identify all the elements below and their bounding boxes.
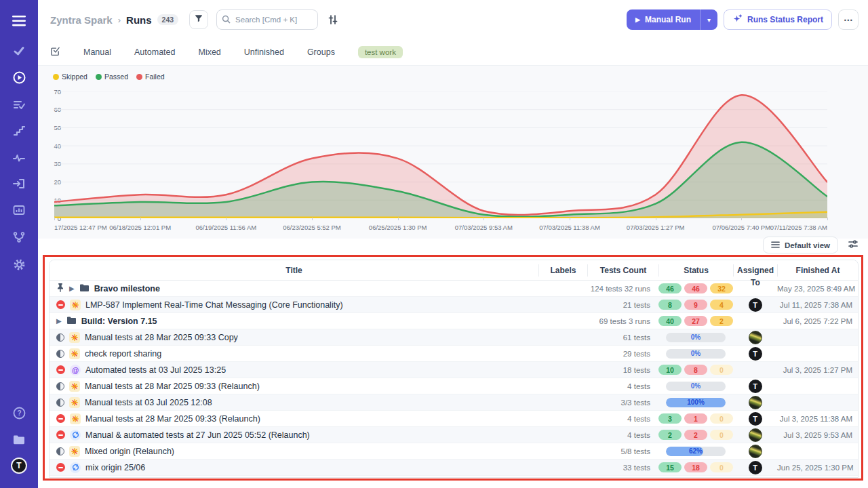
progress-bar: 62% <box>666 447 726 456</box>
run-title[interactable]: mix origin 25/06 <box>85 463 145 472</box>
assignee-avatar[interactable] <box>749 331 762 344</box>
x-tick-label: 06/18/2025 12:01 PM <box>109 224 171 231</box>
tab-groups[interactable]: Groups <box>307 47 335 57</box>
pin-icon[interactable] <box>56 283 64 294</box>
runs-status-report-label: Runs Status Report <box>747 15 823 24</box>
table-row[interactable]: LMP-587 Implement Real-Time Chat Messagi… <box>50 297 858 313</box>
table-row[interactable]: ▶Bravo milestone124 tests 32 runs464632M… <box>50 281 858 297</box>
manual-run-label: Manual Run <box>645 15 691 24</box>
column-header-labels[interactable]: Labels <box>538 264 587 277</box>
run-status-in-progress-icon <box>56 382 64 390</box>
table-row[interactable]: Manual tests at 03 Jul 2025 12:083/3 tes… <box>50 394 858 411</box>
run-title[interactable]: Bravo milestone <box>94 284 160 293</box>
filter-button[interactable] <box>189 10 208 29</box>
tab-automated[interactable]: Automated <box>134 47 175 57</box>
assignee-avatar[interactable] <box>749 428 762 442</box>
menu-icon[interactable] <box>0 11 38 31</box>
list-view-icon <box>771 241 780 250</box>
assignee-avatar[interactable] <box>749 396 762 409</box>
assignee-avatar[interactable] <box>749 445 762 458</box>
search-input[interactable] <box>216 9 318 30</box>
skipped-badge: 0 <box>710 413 733 424</box>
table-row[interactable]: Manual tests at 28 Mar 2025 09:33 (Relau… <box>50 378 858 394</box>
legend-dot <box>136 74 142 80</box>
finished-at: Jul 11, 2025 7:38 AM <box>777 301 858 309</box>
manual-run-dropdown[interactable]: ▾ <box>700 9 717 30</box>
settings-gear-icon[interactable] <box>0 254 38 274</box>
help-icon[interactable]: ? <box>0 403 38 423</box>
sidebar-item-defects[interactable] <box>0 148 38 168</box>
tab-mixed[interactable]: Mixed <box>198 47 220 57</box>
legend-item-skipped[interactable]: Skipped <box>53 73 87 81</box>
x-tick-mark <box>570 218 570 220</box>
table-row[interactable]: mix origin 25/0633 tests15180TJun 25, 20… <box>50 460 858 476</box>
run-title[interactable]: Build: Version 7.15 <box>81 317 157 326</box>
x-tick-mark <box>827 218 828 220</box>
play-icon: ▶ <box>635 16 640 23</box>
run-title[interactable]: Manual tests at 28 Mar 2025 09:33 (Relau… <box>85 414 260 424</box>
manual-run-button[interactable]: ▶Manual Run ▾ <box>627 9 717 30</box>
run-title[interactable]: Manual & automated tests at 27 Jun 2025 … <box>85 430 310 440</box>
table-row[interactable]: ▶Build: Version 7.1569 tests 3 runs40272… <box>50 313 858 329</box>
runs-status-report-button[interactable]: Runs Status Report <box>724 9 832 30</box>
tab-manual[interactable]: Manual <box>83 47 111 57</box>
assignee-avatar[interactable]: T <box>749 461 762 474</box>
projects-folder-icon[interactable] <box>0 430 38 450</box>
legend-dot <box>53 74 59 80</box>
column-header-status[interactable]: Status <box>658 264 733 277</box>
table-row[interactable]: Manual tests at 28 Mar 2025 09:33 (Relau… <box>50 411 858 427</box>
table-toolbar: Default view <box>38 237 868 256</box>
skipped-badge: 2 <box>710 316 733 326</box>
tab-unfinished[interactable]: Unfinished <box>244 47 284 57</box>
x-tick-label: 07/03/2025 1:27 PM <box>627 224 685 231</box>
search-box <box>216 9 318 30</box>
column-header-finished-at[interactable]: Finished At <box>777 264 858 277</box>
run-title[interactable]: Mixed origin (Relaunch) <box>85 447 174 456</box>
expand-chevron-icon[interactable]: ▶ <box>56 318 62 325</box>
sidebar-item-reports[interactable] <box>0 200 38 220</box>
x-tick-mark <box>140 218 141 220</box>
run-title[interactable]: Manual tests at 28 Mar 2025 09:33 (Relau… <box>85 382 260 391</box>
default-view-button[interactable]: Default view <box>763 237 838 253</box>
failed-badge: 27 <box>684 316 707 326</box>
more-actions-button[interactable]: ⋯ <box>838 9 859 30</box>
sidebar-item-milestones[interactable] <box>0 121 38 141</box>
active-filter-tag[interactable]: test work <box>358 46 403 58</box>
legend-item-failed[interactable]: Failed <box>136 73 165 81</box>
run-title[interactable]: Manual tests at 03 Jul 2025 12:08 <box>85 398 212 407</box>
run-status-aborted-icon <box>56 463 65 472</box>
assignee-avatar[interactable]: T <box>749 380 762 393</box>
sidebar-item-shared-steps[interactable] <box>0 94 38 115</box>
select-runs-icon[interactable] <box>50 46 60 59</box>
sidebar-item-integrations[interactable] <box>0 227 38 247</box>
table-row[interactable]: check report sharing29 tests0%T <box>50 346 858 362</box>
table-row[interactable]: Manual tests at 28 Mar 2025 09:33 Copy61… <box>50 329 858 346</box>
run-title[interactable]: LMP-587 Implement Real-Time Chat Messagi… <box>85 300 343 310</box>
column-header-assigned-to[interactable]: Assigned To <box>733 264 777 277</box>
runs-area-chart[interactable] <box>54 92 827 218</box>
table-row[interactable]: @Automated tests at 03 Jul 2025 13:2518 … <box>50 362 858 378</box>
run-title[interactable]: Automated tests at 03 Jul 2025 13:25 <box>85 365 226 375</box>
table-columns-settings-icon[interactable] <box>848 239 859 249</box>
assignee-avatar[interactable]: T <box>749 347 762 361</box>
table-row[interactable]: Manual & automated tests at 27 Jun 2025 … <box>50 427 858 443</box>
run-title[interactable]: check report sharing <box>85 349 161 359</box>
expand-chevron-icon[interactable]: ▶ <box>69 285 75 292</box>
run-title[interactable]: Manual tests at 28 Mar 2025 09:33 Copy <box>85 333 238 342</box>
column-header-title[interactable]: Title <box>50 264 538 277</box>
search-settings-icon[interactable] <box>328 14 338 25</box>
sidebar-item-requirements[interactable] <box>0 174 38 194</box>
sidebar-item-tests[interactable] <box>0 41 38 61</box>
user-avatar[interactable]: T <box>0 455 38 476</box>
x-tick-label: 07/03/2025 11:38 AM <box>539 224 600 231</box>
legend-item-passed[interactable]: Passed <box>96 73 128 81</box>
filter-funnel-icon <box>194 14 203 26</box>
column-header-tests-count[interactable]: Tests Count <box>587 264 658 277</box>
progress-bar: 0% <box>666 382 726 391</box>
status-badges: 40272 <box>658 316 733 326</box>
assignee-avatar[interactable]: T <box>749 412 762 426</box>
table-row[interactable]: Mixed origin (Relaunch)5/8 tests62% <box>50 443 858 460</box>
sidebar-item-runs[interactable] <box>0 67 38 87</box>
breadcrumb-project[interactable]: Zyntra Spark <box>50 14 113 26</box>
assignee-avatar[interactable]: T <box>749 298 762 312</box>
